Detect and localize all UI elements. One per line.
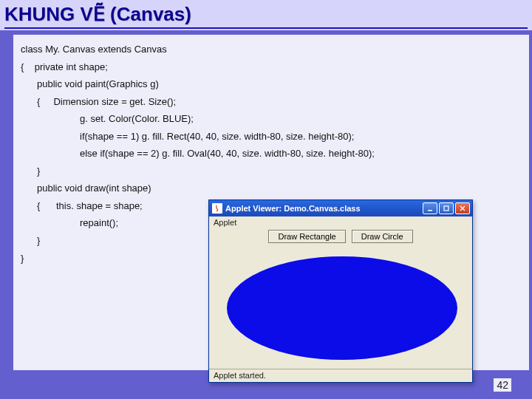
canvas-area <box>214 248 468 366</box>
draw-circle-button[interactable]: Draw Circle <box>352 230 413 243</box>
applet-viewer-window: Applet Viewer: Demo.Canvas.class Applet … <box>208 200 473 383</box>
code-line: else if(shape == 2) g. fill. Oval(40, 40… <box>21 145 522 163</box>
java-icon <box>212 203 222 214</box>
maximize-button[interactable] <box>439 202 454 214</box>
window-title: Applet Viewer: Demo.Canvas.class <box>225 204 423 213</box>
draw-rectangle-button[interactable]: Draw Rectangle <box>268 230 345 243</box>
blue-oval-shape <box>227 256 457 360</box>
close-button[interactable] <box>455 202 470 214</box>
code-line: public void paint(Graphics g) <box>21 75 522 93</box>
svg-rect-0 <box>428 210 432 211</box>
code-line: { private int shape; <box>21 58 522 76</box>
code-line: { Dimension size = get. Size(); <box>21 93 522 111</box>
applet-label: Applet <box>209 216 472 228</box>
title-underline <box>4 27 528 29</box>
slide-header: KHUNG VẼ (Canvas) <box>0 0 532 30</box>
code-line: g. set. Color(Color. BLUE); <box>21 110 522 128</box>
code-line: if(shape == 1) g. fill. Rect(40, 40, siz… <box>21 128 522 146</box>
window-titlebar[interactable]: Applet Viewer: Demo.Canvas.class <box>209 200 472 216</box>
slide-title: KHUNG VẼ (Canvas) <box>4 3 528 26</box>
status-bar: Applet started. <box>209 369 472 382</box>
code-line: } <box>21 163 522 180</box>
code-line: class My. Canvas extends Canvas <box>21 41 522 58</box>
svg-rect-1 <box>444 206 449 211</box>
minimize-button[interactable] <box>423 202 437 214</box>
code-line: public void draw(int shape) <box>21 180 522 197</box>
page-number: 42 <box>494 378 511 392</box>
button-row: Draw Rectangle Draw Circle <box>209 228 472 246</box>
window-buttons <box>423 202 470 214</box>
